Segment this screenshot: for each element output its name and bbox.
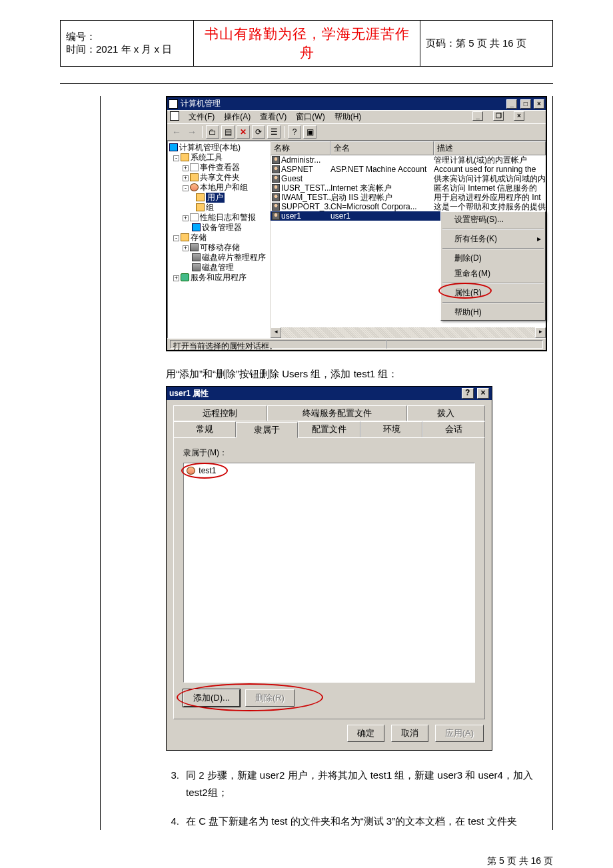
context-help[interactable]: 帮助(H): [441, 305, 545, 320]
tree-shared[interactable]: +共享文件夹: [169, 173, 270, 183]
header-time: 时间：2021 年 x 月 x 日: [66, 43, 188, 56]
menu-file[interactable]: 文件(F): [189, 111, 215, 123]
context-setpassword[interactable]: 设置密码(S)...: [441, 212, 545, 227]
tab-terminal[interactable]: 终端服务配置文件: [267, 405, 407, 421]
tab-memberof[interactable]: 隶属于: [236, 422, 299, 438]
tree-users[interactable]: 用户: [169, 193, 270, 203]
menu-view[interactable]: 查看(V): [260, 111, 287, 123]
minimize-button[interactable]: _: [506, 99, 517, 109]
dialog-title: user1 属性: [169, 388, 209, 399]
toolbar-delete-icon[interactable]: ✕: [237, 125, 250, 139]
group-list[interactable]: test1: [183, 463, 475, 683]
context-rename[interactable]: 重命名(M): [441, 266, 545, 281]
tree-services[interactable]: +服务和应用程序: [169, 273, 270, 283]
tree-defrag[interactable]: 磁盘碎片整理程序: [169, 253, 270, 263]
tree-systools[interactable]: -系统工具: [169, 153, 270, 163]
tree-groups[interactable]: 组: [169, 203, 270, 213]
mdi-minimize-button[interactable]: _: [472, 111, 483, 121]
list-row[interactable]: ASPNETASP.NET Machine AccountAccount use…: [271, 165, 546, 174]
tree-perf[interactable]: +性能日志和警报: [169, 213, 270, 223]
tree-view[interactable]: 计算机管理(本地) -系统工具 +事件查看器 +共享文件夹 -本地用户和组 用户…: [167, 141, 271, 338]
maximize-button[interactable]: □: [520, 99, 531, 109]
scroll-left-icon[interactable]: ◂: [271, 327, 281, 338]
cancel-button[interactable]: 取消: [391, 725, 428, 742]
list-view[interactable]: 名称 全名 描述 Administr...管理计算机(域)的内置帐户 ASPNE…: [271, 141, 546, 338]
toolbar-back[interactable]: ←: [170, 125, 183, 139]
apply-button[interactable]: 应用(A): [435, 725, 484, 742]
step-text: 同 2 步骤，新建 user2 用户，并将其加入 test1 组，新建 user…: [186, 767, 547, 801]
ok-button[interactable]: 确定: [347, 725, 384, 742]
tree-localusers[interactable]: -本地用户和组: [169, 183, 270, 193]
step-3: 3. 同 2 步骤，新建 user2 用户，并将其加入 test1 组，新建 u…: [166, 767, 547, 801]
header-id: 编号：: [66, 31, 188, 43]
list-columns: 名称 全名 描述: [271, 141, 546, 155]
list-row[interactable]: IUSR_TEST...Internet 来宾帐户匿名访问 Internet 信…: [271, 183, 546, 193]
context-alltasks[interactable]: 所有任务(K)▸: [441, 231, 545, 247]
tab-session[interactable]: 会话: [422, 421, 485, 437]
close-button[interactable]: ×: [534, 99, 544, 109]
tree-devmgr[interactable]: 设备管理器: [169, 223, 270, 233]
user-icon: [272, 175, 280, 183]
toolbar-properties-icon[interactable]: ▤: [221, 125, 235, 139]
step-number: 3.: [166, 767, 186, 801]
list-row[interactable]: SUPPORT_3...CN=Microsoft Corpora...这是一个帮…: [271, 202, 546, 211]
user-icon: [272, 156, 280, 164]
instruction-text: 用“添加”和“删除”按钮删除 Users 组，添加 test1 组：: [166, 368, 547, 381]
toolbar-refresh-icon[interactable]: ⟳: [252, 125, 265, 139]
page-number: 页码：第 5 页 共 16 页: [426, 37, 526, 49]
tab-dialin[interactable]: 拨入: [407, 405, 486, 421]
mdi-restore-button[interactable]: ❐: [493, 111, 504, 121]
submenu-arrow-icon: ▸: [537, 234, 541, 243]
tab-remote[interactable]: 远程控制: [173, 405, 267, 421]
horiz-scrollbar[interactable]: ◂ ▸: [271, 327, 546, 338]
user-icon: [272, 212, 280, 220]
user-icon: [272, 203, 280, 211]
step-number: 4.: [166, 813, 186, 830]
mdi-close-button[interactable]: ×: [514, 111, 524, 121]
tab-general[interactable]: 常规: [173, 421, 236, 437]
toolbar-forward[interactable]: →: [185, 125, 199, 139]
menu-bar: 文件(F) 操作(A) 查看(V) 窗口(W) 帮助(H) _ ❐ ×: [167, 110, 546, 123]
tree-eventviewer[interactable]: +事件查看器: [169, 163, 270, 173]
status-bar: 打开当前选择的属性对话框。: [167, 338, 546, 350]
doc-header-table: 编号： 时间：2021 年 x 月 x 日 书山有路勤为径，学海无涯苦作舟 页码…: [60, 20, 553, 67]
header-rule: [60, 83, 553, 84]
help-button[interactable]: ?: [462, 388, 474, 399]
toolbar-up-icon[interactable]: 🗀: [206, 125, 219, 139]
list-row[interactable]: Administr...管理计算机(域)的内置帐户: [271, 155, 546, 165]
dialog-title-bar: user1 属性 ? ×: [167, 387, 492, 400]
col-fullname[interactable]: 全名: [330, 141, 434, 155]
tree-removable[interactable]: +可移动存储: [169, 243, 270, 253]
window-title: 计算机管理: [181, 98, 221, 109]
tree-root[interactable]: 计算机管理(本地): [169, 143, 270, 153]
tree-storage[interactable]: -存储: [169, 233, 270, 243]
user-properties-dialog: user1 属性 ? × 远程控制 终端服务配置文件 拨入 常规: [166, 386, 492, 751]
col-name[interactable]: 名称: [271, 141, 330, 155]
status-text: 打开当前选择的属性对话框。: [170, 340, 386, 349]
tab-environment[interactable]: 环境: [360, 421, 423, 437]
scroll-right-icon[interactable]: ▸: [535, 327, 546, 338]
context-properties[interactable]: 属性(R): [441, 285, 545, 301]
tree-diskmgmt[interactable]: 磁盘管理: [169, 263, 270, 273]
menu-help[interactable]: 帮助(H): [334, 111, 362, 123]
toolbar: ← → 🗀 ▤ ✕ ⟳ ☰ ? ▣: [167, 123, 546, 141]
context-delete[interactable]: 删除(D): [441, 251, 545, 266]
list-row[interactable]: IWAM_TEST...启动 IIS 进程帐户用于启动进程外应用程序的 Int: [271, 193, 546, 202]
tab-profile[interactable]: 配置文件: [298, 421, 360, 437]
banner-text: 书山有路勤为径，学海无涯苦作舟: [199, 25, 414, 62]
toolbar-export-icon[interactable]: ☰: [267, 125, 281, 139]
menu-action[interactable]: 操作(A): [224, 111, 251, 123]
computer-management-window: 计算机管理 _ □ × 文件(F) 操作(A) 查看(V) 窗口(W) 帮助(H…: [166, 96, 547, 351]
page-footer: 第 5 页 共 16 页: [0, 843, 613, 869]
toolbar-help-icon[interactable]: ?: [288, 125, 301, 139]
close-button[interactable]: ×: [477, 388, 489, 399]
col-desc[interactable]: 描述: [434, 141, 546, 155]
menu-window[interactable]: 窗口(W): [296, 111, 324, 123]
list-row[interactable]: Guest供来宾访问计算机或访问域的内: [271, 174, 546, 183]
memberof-label: 隶属于(M)：: [183, 447, 475, 459]
user-icon: [272, 165, 280, 173]
context-menu: 设置密码(S)... 所有任务(K)▸ 删除(D) 重命名(M) 属性(R): [440, 211, 546, 321]
toolbar-extra-icon[interactable]: ▣: [303, 125, 316, 139]
step-4: 4. 在 C 盘下新建名为 test 的文件夹和名为“测试 3”的文本文档，在 …: [166, 813, 547, 830]
app-icon: [169, 99, 178, 109]
